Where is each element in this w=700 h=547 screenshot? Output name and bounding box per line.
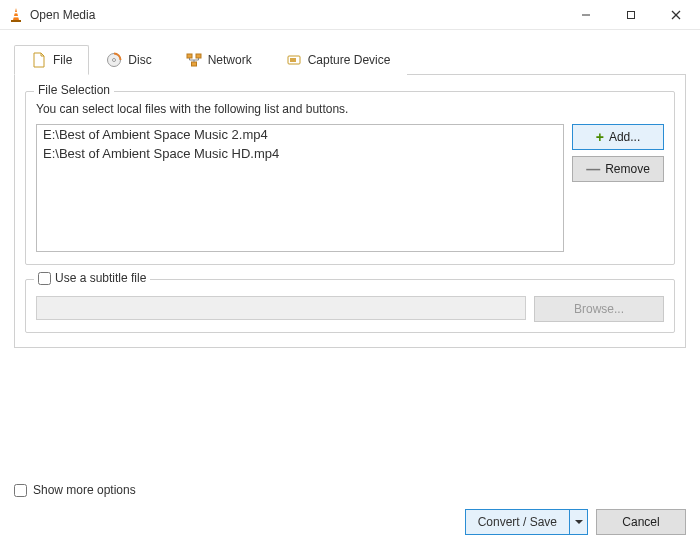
dialog-footer: Show more options Convert / Save Cancel bbox=[0, 483, 700, 535]
browse-button: Browse... bbox=[534, 296, 664, 322]
subtitle-group: Use a subtitle file Browse... bbox=[25, 279, 675, 333]
file-selection-group: File Selection You can select local file… bbox=[25, 91, 675, 265]
svg-rect-11 bbox=[196, 54, 201, 58]
minus-icon: — bbox=[586, 162, 600, 176]
plus-icon: + bbox=[596, 130, 604, 144]
titlebar: Open Media bbox=[0, 0, 700, 30]
remove-button-label: Remove bbox=[605, 162, 650, 176]
maximize-button[interactable] bbox=[608, 0, 653, 30]
tab-label: File bbox=[53, 53, 72, 67]
use-subtitle-label: Use a subtitle file bbox=[55, 271, 146, 285]
add-button[interactable]: + Add... bbox=[572, 124, 664, 150]
show-more-options-label: Show more options bbox=[33, 483, 136, 497]
use-subtitle-checkbox[interactable] bbox=[38, 272, 51, 285]
convert-save-dropdown[interactable] bbox=[570, 509, 588, 535]
window-title: Open Media bbox=[30, 8, 563, 22]
svg-rect-14 bbox=[290, 58, 296, 62]
list-item[interactable]: E:\Best of Ambient Space Music 2.mp4 bbox=[37, 125, 563, 144]
tab-label: Network bbox=[208, 53, 252, 67]
svg-rect-12 bbox=[191, 62, 196, 66]
tab-label: Capture Device bbox=[308, 53, 391, 67]
capture-device-icon bbox=[286, 52, 302, 68]
svg-marker-0 bbox=[13, 8, 19, 20]
vlc-cone-icon bbox=[8, 7, 24, 23]
chevron-down-icon bbox=[575, 518, 583, 526]
tab-label: Disc bbox=[128, 53, 151, 67]
file-selection-legend: File Selection bbox=[34, 83, 114, 97]
dialog-content: File Disc Network Capture Device File Se… bbox=[0, 30, 700, 348]
show-more-options-checkbox[interactable] bbox=[14, 484, 27, 497]
svg-point-9 bbox=[113, 59, 116, 62]
cancel-button[interactable]: Cancel bbox=[596, 509, 686, 535]
network-icon bbox=[186, 52, 202, 68]
source-tabs: File Disc Network Capture Device bbox=[14, 44, 686, 75]
tab-capture-device[interactable]: Capture Device bbox=[269, 45, 408, 75]
file-selection-hint: You can select local files with the foll… bbox=[36, 102, 664, 116]
file-icon bbox=[31, 52, 47, 68]
remove-button[interactable]: — Remove bbox=[572, 156, 664, 182]
add-button-label: Add... bbox=[609, 130, 640, 144]
minimize-button[interactable] bbox=[563, 0, 608, 30]
convert-save-button[interactable]: Convert / Save bbox=[465, 509, 588, 535]
cancel-button-label: Cancel bbox=[622, 515, 659, 529]
svg-rect-5 bbox=[627, 11, 634, 18]
tab-file[interactable]: File bbox=[14, 45, 89, 75]
close-button[interactable] bbox=[653, 0, 698, 30]
tab-disc[interactable]: Disc bbox=[89, 45, 168, 75]
file-list[interactable]: E:\Best of Ambient Space Music 2.mp4 E:\… bbox=[36, 124, 564, 252]
svg-rect-2 bbox=[12, 16, 20, 17]
file-panel: File Selection You can select local file… bbox=[14, 75, 686, 348]
svg-marker-15 bbox=[575, 520, 583, 524]
svg-rect-1 bbox=[13, 12, 19, 13]
browse-button-label: Browse... bbox=[574, 302, 624, 316]
window-controls bbox=[563, 0, 698, 30]
disc-icon bbox=[106, 52, 122, 68]
svg-rect-10 bbox=[187, 54, 192, 58]
list-item[interactable]: E:\Best of Ambient Space Music HD.mp4 bbox=[37, 144, 563, 163]
convert-save-label[interactable]: Convert / Save bbox=[465, 509, 570, 535]
subtitle-path-input bbox=[36, 296, 526, 320]
svg-rect-3 bbox=[11, 20, 21, 22]
tab-network[interactable]: Network bbox=[169, 45, 269, 75]
